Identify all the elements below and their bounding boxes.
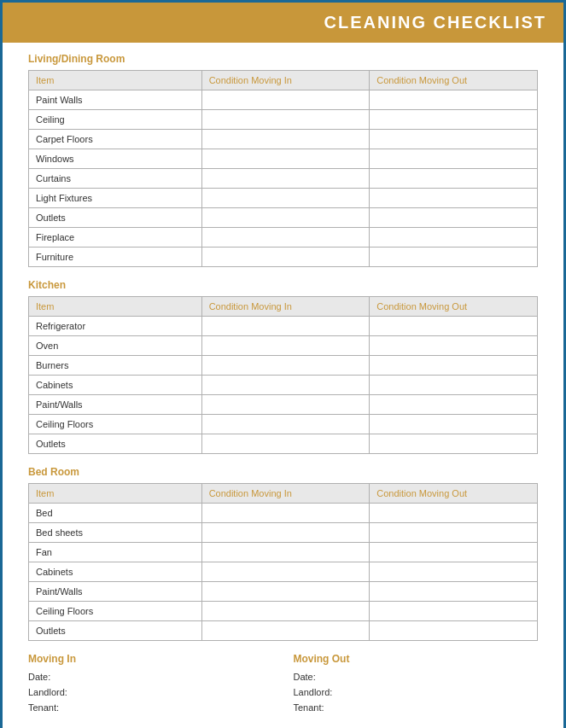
cell-in-bedroom-2[interactable] (201, 543, 370, 562)
cell-in-kitchen-3[interactable] (201, 376, 370, 395)
table-row: Outlets (29, 208, 538, 228)
footer-section: Moving In Date: Landlord: Tenant: Moving… (28, 653, 538, 728)
table-row: Furniture (29, 248, 538, 267)
cell-in-living-dining-0[interactable] (201, 90, 370, 110)
cell-out-living-dining-6[interactable] (370, 208, 538, 228)
cell-out-living-dining-8[interactable] (370, 248, 538, 267)
col-header-living-dining-0: Item (29, 71, 202, 90)
table-row: Cabinets (29, 376, 538, 395)
moving-out-tenant: Tenant: (293, 702, 538, 713)
col-header-living-dining-2: Condition Moving Out (370, 71, 538, 90)
cell-in-living-dining-6[interactable] (201, 208, 370, 228)
cell-in-bedroom-6[interactable] (201, 621, 370, 641)
col-header-kitchen-1: Condition Moving In (201, 297, 370, 317)
cell-out-living-dining-1[interactable] (370, 110, 538, 130)
cell-item-kitchen-1: Oven (29, 336, 202, 356)
cell-out-living-dining-0[interactable] (370, 90, 538, 110)
cell-out-living-dining-4[interactable] (370, 169, 538, 189)
cell-item-kitchen-3: Cabinets (29, 376, 202, 395)
table-row: Curtains (29, 169, 538, 189)
cell-in-living-dining-2[interactable] (201, 130, 370, 149)
moving-out-col: Moving Out Date: Landlord: Tenant: (293, 653, 538, 718)
cell-out-kitchen-6[interactable] (370, 434, 538, 454)
cell-out-bedroom-1[interactable] (370, 523, 538, 543)
cell-in-bedroom-0[interactable] (201, 504, 370, 523)
cell-item-living-dining-5: Light Fixtures (29, 189, 202, 208)
cell-out-kitchen-4[interactable] (370, 395, 538, 415)
cell-out-living-dining-3[interactable] (370, 149, 538, 169)
table-row: Refrigerator (29, 317, 538, 336)
cell-in-living-dining-8[interactable] (201, 248, 370, 267)
cell-in-kitchen-2[interactable] (201, 356, 370, 376)
cell-item-living-dining-4: Curtains (29, 169, 202, 189)
cell-out-kitchen-2[interactable] (370, 356, 538, 376)
cell-out-kitchen-5[interactable] (370, 415, 538, 434)
cell-in-living-dining-1[interactable] (201, 110, 370, 130)
table-row: Fireplace (29, 228, 538, 248)
cell-item-living-dining-2: Carpet Floors (29, 130, 202, 149)
section-title-living-dining: Living/Dining Room (28, 53, 538, 65)
col-header-kitchen-0: Item (29, 297, 202, 317)
table-living-dining: ItemCondition Moving InCondition Moving … (28, 70, 538, 267)
table-row: Carpet Floors (29, 130, 538, 149)
cell-in-kitchen-4[interactable] (201, 395, 370, 415)
cell-out-bedroom-6[interactable] (370, 621, 538, 641)
section-title-bedroom: Bed Room (28, 466, 538, 478)
moving-in-tenant: Tenant: (28, 702, 273, 713)
cell-item-kitchen-2: Burners (29, 356, 202, 376)
cell-item-kitchen-4: Paint/Walls (29, 395, 202, 415)
table-row: Ceiling Floors (29, 602, 538, 621)
col-header-bedroom-0: Item (29, 484, 202, 504)
cell-in-kitchen-5[interactable] (201, 415, 370, 434)
cell-in-bedroom-4[interactable] (201, 582, 370, 602)
cell-item-bedroom-1: Bed sheets (29, 523, 202, 543)
cell-item-bedroom-3: Cabinets (29, 562, 202, 582)
cell-item-bedroom-0: Bed (29, 504, 202, 523)
moving-out-title: Moving Out (293, 653, 538, 665)
cell-out-bedroom-0[interactable] (370, 504, 538, 523)
cell-in-kitchen-0[interactable] (201, 317, 370, 336)
table-row: Outlets (29, 434, 538, 454)
cell-out-bedroom-3[interactable] (370, 562, 538, 582)
col-header-living-dining-1: Condition Moving In (201, 71, 370, 90)
cell-out-bedroom-4[interactable] (370, 582, 538, 602)
cell-item-kitchen-5: Ceiling Floors (29, 415, 202, 434)
cell-item-bedroom-4: Paint/Walls (29, 582, 202, 602)
cell-in-living-dining-5[interactable] (201, 189, 370, 208)
table-row: Paint/Walls (29, 582, 538, 602)
top-bar: CLEANING CHECKLIST (3, 3, 563, 43)
table-row: Burners (29, 356, 538, 376)
table-row: Paint Walls (29, 90, 538, 110)
cell-in-bedroom-5[interactable] (201, 602, 370, 621)
cell-in-kitchen-6[interactable] (201, 434, 370, 454)
cell-out-kitchen-0[interactable] (370, 317, 538, 336)
cell-out-bedroom-2[interactable] (370, 543, 538, 562)
cell-out-kitchen-1[interactable] (370, 336, 538, 356)
cell-out-bedroom-5[interactable] (370, 602, 538, 621)
table-kitchen: ItemCondition Moving InCondition Moving … (28, 296, 538, 454)
cell-in-living-dining-7[interactable] (201, 228, 370, 248)
cell-in-living-dining-4[interactable] (201, 169, 370, 189)
cell-item-living-dining-8: Furniture (29, 248, 202, 267)
cell-out-living-dining-5[interactable] (370, 189, 538, 208)
cell-out-living-dining-2[interactable] (370, 130, 538, 149)
main-content: Living/Dining RoomItemCondition Moving I… (3, 53, 563, 728)
cell-item-kitchen-0: Refrigerator (29, 317, 202, 336)
moving-out-landlord: Landlord: (293, 687, 538, 697)
cell-out-living-dining-7[interactable] (370, 228, 538, 248)
col-header-kitchen-2: Condition Moving Out (370, 297, 538, 317)
moving-in-title: Moving In (28, 653, 273, 665)
cell-item-living-dining-3: Windows (29, 149, 202, 169)
table-bedroom: ItemCondition Moving InCondition Moving … (28, 483, 538, 641)
cell-in-living-dining-3[interactable] (201, 149, 370, 169)
cell-item-living-dining-6: Outlets (29, 208, 202, 228)
table-row: Outlets (29, 621, 538, 641)
moving-in-landlord: Landlord: (28, 687, 273, 697)
cell-in-bedroom-3[interactable] (201, 562, 370, 582)
cell-in-kitchen-1[interactable] (201, 336, 370, 356)
cell-item-bedroom-5: Ceiling Floors (29, 602, 202, 621)
cell-out-kitchen-3[interactable] (370, 376, 538, 395)
cell-in-bedroom-1[interactable] (201, 523, 370, 543)
cell-item-bedroom-6: Outlets (29, 621, 202, 641)
moving-in-date: Date: (28, 672, 273, 682)
